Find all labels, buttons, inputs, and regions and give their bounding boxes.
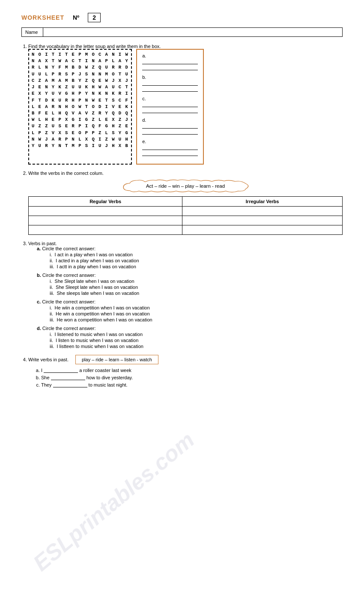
s4-verb-box: play – ride – learn – listen - watch (75, 355, 158, 364)
s3-option: ii. She Sleept late when I was on vacati… (50, 285, 343, 290)
answer-group-1: a. (142, 53, 198, 70)
s4-item: I a roller coaster last week (41, 368, 343, 373)
s2-instruction: Write the verbs in the correct colum. (28, 171, 104, 176)
number-label: Nº (73, 14, 79, 21)
s3-option: iii. I listteen to music when I was on v… (50, 344, 343, 349)
worksheet-number: 2 (88, 13, 101, 22)
s3-title: Verbs in past. (28, 241, 57, 246)
s3-option: iii. He won a competition when I was on … (50, 317, 343, 322)
section-1: Find the vocabulary in the letter soup a… (28, 44, 343, 165)
s1-instruction: Find the vocabulary in the letter soup a… (28, 44, 161, 49)
s4-content: I a roller coaster last weekShe how to d… (28, 368, 343, 387)
s3-option: iii. She sleeps late when I was on vacat… (50, 291, 343, 296)
grid-row: W L H E P X G I G Z L E X Z J (32, 117, 128, 123)
answer-group-2: b. (142, 75, 198, 92)
s3-group-4: d. Circle the correct answer:i. I listen… (37, 326, 343, 349)
cloud-shape: Act – ride – win – play – learn - read (120, 179, 251, 193)
answer-label: e. (142, 139, 198, 144)
main-list: Find the vocabulary in the letter soup a… (28, 44, 343, 387)
grid-row: F T D K U R H P N W E T S C F (32, 97, 128, 104)
irregular-cell-2[interactable] (182, 216, 343, 225)
grid-row: R L N Y F M B D W Z Q U R R D (32, 64, 128, 71)
grid-row: L E A R N H O W T O D I V E K (32, 104, 128, 110)
s4-item: They to music last night. (41, 382, 343, 387)
answer-group-3: c. (142, 96, 198, 113)
grid-row: N O I T I T E P M O C A N I W (32, 51, 128, 58)
regular-cell-2[interactable] (29, 216, 182, 225)
verbs-cloud: Act – ride – win – play – learn - read (28, 179, 343, 193)
word-grid: N O I T I T E P M O C A N I WN A X T W A… (28, 49, 132, 165)
s3-content: a. Circle the correct answer:i. I act in… (28, 246, 343, 349)
s3-item-label: b. Circle the correct answer: (37, 273, 343, 278)
irregular-cell-1[interactable] (182, 207, 343, 216)
answer-label: a. (142, 53, 198, 58)
s3-item-label: a. Circle the correct answer: (37, 246, 343, 251)
section-2: Write the verbs in the correct colum. Ac… (28, 171, 343, 235)
answer-line-1[interactable] (142, 145, 198, 150)
s3-item-label: d. Circle the correct answer: (37, 326, 343, 331)
page-header: WORKSHEET Nº 2 (21, 13, 343, 22)
s3-option: ii. I acted in a play when I was on vaca… (50, 258, 343, 263)
s3-option: i. I listened to music when I was on vac… (50, 332, 343, 337)
answer-line-2[interactable] (142, 65, 198, 70)
answer-group-4: d. (142, 117, 198, 135)
col-regular: Regular Verbs (29, 197, 182, 207)
regular-cell-1[interactable] (29, 207, 182, 216)
grid-row: L P Z V X S E O P P Z L S Y G (32, 130, 128, 136)
s3-group-1: a. Circle the correct answer:i. I act in… (37, 246, 343, 269)
s3-option: i. She Slept late when I was on vacation (50, 279, 343, 284)
answer-label: d. (142, 117, 198, 123)
grid-row: B F E L H Q V A V Z R Y Q D Q (32, 110, 128, 117)
answer-line-2[interactable] (142, 108, 198, 113)
wordsearch-area: N O I T I T E P M O C A N I WN A X T W A… (28, 49, 343, 165)
s4-item: She how to dive yesterday. (41, 375, 343, 380)
worksheet-title: WORKSHEET (21, 14, 64, 21)
grid-row: J E N Y K Z U U K H W A U C T (32, 84, 128, 90)
grid-row: C Z A M A M B Y Z Q E W J X J (32, 78, 128, 84)
s4-title: Write verbs in past. (28, 357, 69, 362)
s3-group-2: b. Circle the correct answer:i. She Slep… (37, 273, 343, 296)
answer-line-1[interactable] (142, 123, 198, 129)
name-label: Name (22, 28, 43, 36)
grid-row: N A X T W A C T I N A P L A Y (32, 58, 128, 64)
answer-line-2[interactable] (142, 129, 198, 135)
answer-label: c. (142, 96, 198, 101)
s3-group-3: c. Circle the correct answer:i. He wiin … (37, 299, 343, 322)
grid-row: U U L P R S P J S N N M O T U (32, 71, 128, 78)
s3-option: ii. I listen to music when I was on vaca… (50, 338, 343, 343)
grid-row: E X Y U V G H P Y N K N K R I (32, 90, 128, 97)
irregular-cell-3[interactable] (182, 225, 343, 235)
name-field[interactable] (43, 30, 342, 34)
answer-line-1[interactable] (142, 59, 198, 64)
s4-header: Write verbs in past. play – ride – learn… (28, 355, 343, 364)
verbs-list: Act – ride – win – play – learn - read (146, 183, 225, 189)
s3-option: i. He wiin a competition when I was on v… (50, 305, 343, 310)
answer-box: a. b. c. d. e. (136, 49, 204, 165)
fill-blank[interactable] (53, 382, 87, 387)
answer-line-2[interactable] (142, 151, 198, 156)
s3-option: i. I act in a play when I was on vacatio… (50, 252, 343, 257)
s3-option: iii. I actt in a play when I was on vaca… (50, 264, 343, 269)
watermark: ESLprintables.com (28, 427, 199, 576)
verbs-table: Regular Verbs Irregular Verbs (28, 196, 343, 235)
answer-line-2[interactable] (142, 87, 198, 92)
col-irregular: Irregular Verbs (182, 197, 343, 207)
regular-cell-3[interactable] (29, 225, 182, 235)
answer-group-5: e. (142, 139, 198, 156)
section-4: Write verbs in past. play – ride – learn… (28, 355, 343, 387)
fill-blank[interactable] (51, 375, 85, 380)
grid-row: U Z Z U S E R P I Q F G H Z E (32, 123, 128, 129)
grid-row: Y U R Y N T M P S I U J H X B (32, 143, 128, 149)
s3-option: ii. He win a competition when I was on v… (50, 311, 343, 316)
answer-line-1[interactable] (142, 81, 198, 86)
fill-blank[interactable] (44, 368, 78, 373)
grid-row: N W J A R P N L X Q I Z W U H (32, 136, 128, 143)
section-3: Verbs in past. a. Circle the correct ans… (28, 241, 343, 349)
answer-label: b. (142, 75, 198, 80)
s3-item-label: c. Circle the correct answer: (37, 299, 343, 304)
answer-line-1[interactable] (142, 102, 198, 107)
name-row: Name (21, 27, 343, 37)
